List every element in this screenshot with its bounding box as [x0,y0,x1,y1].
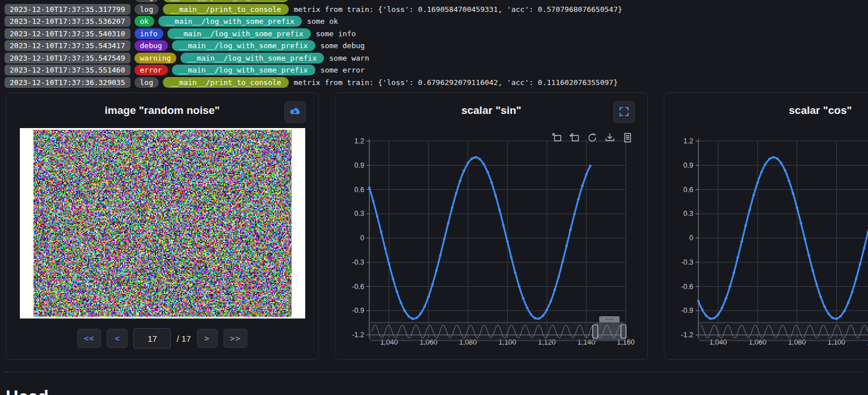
sin-chart[interactable]: 1.20.90.60.30-0.3-0.6-0.9-1.21,0401,0601… [335,93,648,354]
svg-text:-0.3: -0.3 [681,258,693,266]
log-level-badge: ok [134,16,155,27]
log-row: 2023-12-10T17:37:35.543417debug__main__/… [5,40,868,51]
image-pagination: << < / 17 > >> [6,328,318,349]
svg-text:-0.9: -0.9 [352,307,364,315]
line-chart[interactable]: 1.20.90.60.30-0.3-0.6-0.9-1.21,0401,0601… [664,93,868,354]
log-timestamp: 2023-12-10T17:37:35.536207 [5,16,130,27]
svg-text:-0.3: -0.3 [352,258,364,266]
page-number-input[interactable] [133,328,171,349]
log-row: 2023-12-10T17:37:36.329035log__main__/pr… [5,77,868,88]
image-frame [20,128,305,318]
log-timestamp: 2023-12-10T17:37:35.547549 [5,53,130,63]
log-level-badge: debug [134,40,168,51]
datazoom-slider[interactable] [698,316,868,341]
datazoom-handle-left[interactable] [593,325,598,338]
log-message: metrix from train: {'loss': 0.6796292079… [294,78,618,87]
log-level-badge: error [134,65,168,75]
download-image-button[interactable] [284,101,306,123]
log-timestamp: 2023-12-10T17:37:35.317799 [5,4,130,15]
log-prefix-badge: __main__/log_with_some_prefix [172,65,315,75]
log-message: some info [316,29,356,38]
log-message: metrix from train: {'loss': 0.1690584700… [294,5,622,14]
log-row: 2023-12-10T17:37:35.536207ok__main__/log… [5,16,868,27]
log-timestamp: 2023-12-10T17:37:35.543417 [5,40,130,51]
svg-text:0.9: 0.9 [355,162,364,169]
log-prefix-badge: __main__/log_with_some_prefix [172,40,315,51]
cards-row: image "random noise" << < / 17 > >> scal… [0,92,868,360]
svg-text:-0.6: -0.6 [681,283,693,291]
restore-icon[interactable] [587,133,597,143]
log-row: 2023-12-10T17:37:35.551460error__main__/… [5,65,868,75]
datazoom-window[interactable] [595,323,623,340]
log-prefix-badge: __main__/print_to_console [163,77,289,88]
svg-text:0.9: 0.9 [684,162,693,169]
log-row: 2023-12-10T17:37:35.317799log__main__/pr… [5,4,868,15]
log-prefix-badge: __main__/log_with_some_prefix [167,28,311,39]
cloud-download-icon [288,105,302,120]
svg-text:-1.2: -1.2 [352,331,364,339]
image-card-header: image "random noise" [6,93,318,128]
log-prefix-badge: __main__/print_to_console [163,0,289,2]
log-row: 2023-12-10T17:37:35.547549warning__main_… [5,53,868,63]
datazoom-handle-right[interactable] [621,325,626,338]
log-level-badge: log [134,4,159,15]
last-page-button[interactable]: >> [224,329,248,348]
log-timestamp: 2023-12-10T17:37:36.329035 [5,77,130,88]
chart-toolbar [552,133,633,143]
image-card: image "random noise" << < / 17 > >> [6,92,319,360]
log-console: log__main__/print_to_consolemetrix from … [0,0,868,89]
next-page-button[interactable]: > [197,329,218,348]
page-total-label: / 17 [176,334,191,343]
section-divider [5,372,863,372]
log-message: metrix from train: [294,0,374,1]
cos-chart[interactable]: 1.20.90.60.30-0.3-0.6-0.9-1.21,0401,0601… [664,93,868,354]
svg-text:1.2: 1.2 [684,137,693,145]
svg-text:1.2: 1.2 [355,137,364,145]
save-image-icon[interactable] [605,133,615,143]
line-chart[interactable]: 1.20.90.60.30-0.3-0.6-0.9-1.21,0401,0601… [335,93,648,354]
svg-text:-0.6: -0.6 [352,283,364,291]
image-card-title: image "random noise" [105,104,220,117]
log-prefix-badge: __main__/log_with_some_prefix [180,53,324,63]
svg-text:0.6: 0.6 [355,186,364,194]
zoom-undo-icon[interactable] [570,133,580,143]
prev-page-button[interactable]: < [107,329,128,348]
data-view-icon[interactable] [622,133,633,143]
datazoom-slider[interactable] [369,316,626,341]
log-message: some error [321,66,365,74]
log-row: 2023-12-10T17:37:35.540310info__main__/l… [5,28,868,39]
svg-text:0.6: 0.6 [684,186,693,194]
log-level-badge: log [134,0,159,2]
cos-chart-card: scalar "cos" 1.20.90.60.30-0.3-0.6-0.9-1… [664,92,868,360]
svg-text:0.3: 0.3 [355,210,364,218]
log-message: some warn [329,54,369,62]
first-page-button[interactable]: << [77,329,102,348]
svg-text:0: 0 [689,234,693,242]
svg-text:0: 0 [360,234,364,242]
sin-chart-card: scalar "sin" 1.20.90.60.30-0.3-0.6-0.9-1… [335,92,648,360]
log-timestamp: 2023-12-10T17:37:35.551460 [5,65,130,75]
log-timestamp: 2023-12-10T17:37:35.540310 [5,28,130,39]
svg-text:0.3: 0.3 [684,210,693,218]
log-row-partial: log__main__/print_to_consolemetrix from … [5,0,868,2]
log-message: some ok [307,17,338,26]
log-level-badge: info [134,28,163,39]
log-prefix-badge: __main__/log_with_some_prefix [158,16,302,27]
log-level-badge: log [134,77,159,88]
log-message: some debug [321,41,365,50]
footer-heading: Head [6,388,868,395]
zoom-select-icon[interactable] [552,133,562,143]
noise-image [33,130,292,317]
svg-text:-0.9: -0.9 [681,307,693,315]
log-prefix-badge: __main__/print_to_console [163,4,289,15]
log-level-badge: warning [134,53,177,63]
svg-text:-1.2: -1.2 [681,331,693,339]
